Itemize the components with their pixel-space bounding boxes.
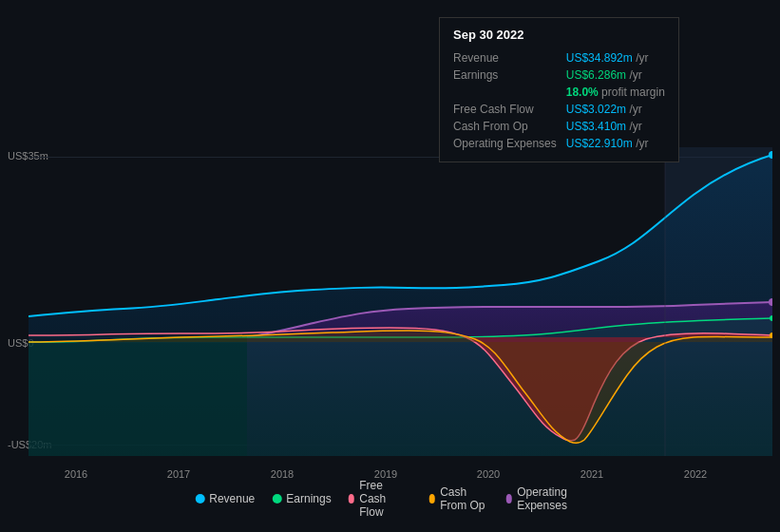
main-chart-svg	[29, 147, 772, 456]
tooltip-earnings-value: US$6.286m /yr	[566, 66, 665, 84]
tooltip-cashop-value: US$3.410m /yr	[566, 118, 665, 135]
tooltip-earnings-label: Earnings	[453, 66, 566, 84]
legend-dot-fcf	[349, 494, 355, 504]
tooltip-revenue-label: Revenue	[453, 49, 566, 66]
tooltip-revenue-value: US$34.892m /yr	[566, 49, 665, 66]
tooltip-fcf-value: US$3.022m /yr	[566, 101, 665, 118]
tooltip-opex-value: US$22.910m /yr	[566, 135, 665, 152]
legend-dot-opex	[506, 494, 513, 504]
tooltip-cashop-label: Cash From Op	[453, 118, 566, 135]
tooltip-fcf-label: Free Cash Flow	[453, 101, 566, 118]
tooltip-box: Sep 30 2022 Revenue US$34.892m /yr Earni…	[439, 17, 679, 162]
legend-item-opex: Operating Expenses	[506, 485, 585, 512]
legend-dot-cashop	[429, 494, 436, 504]
legend-label-cashop: Cash From Op	[440, 485, 488, 512]
x-label-2016: 2016	[65, 468, 87, 480]
legend-label-earnings: Earnings	[286, 492, 331, 505]
legend-item-cashop: Cash From Op	[429, 485, 489, 512]
legend-dot-revenue	[195, 494, 204, 504]
legend: Revenue Earnings Free Cash Flow Cash Fro…	[195, 479, 585, 519]
legend-label-fcf: Free Cash Flow	[359, 479, 411, 519]
x-label-2022: 2022	[684, 468, 707, 480]
tooltip-profit-margin: 18.0% profit margin	[566, 84, 665, 101]
legend-item-revenue: Revenue	[195, 492, 255, 505]
tooltip-date: Sep 30 2022	[453, 28, 665, 42]
legend-label-opex: Operating Expenses	[517, 485, 585, 512]
x-label-2017: 2017	[167, 468, 190, 480]
legend-label-revenue: Revenue	[209, 492, 255, 505]
chart-container: Sep 30 2022 Revenue US$34.892m /yr Earni…	[0, 0, 780, 532]
legend-item-fcf: Free Cash Flow	[349, 479, 412, 519]
legend-dot-earnings	[272, 494, 281, 504]
legend-item-earnings: Earnings	[272, 492, 331, 505]
tooltip-opex-label: Operating Expenses	[453, 135, 566, 152]
